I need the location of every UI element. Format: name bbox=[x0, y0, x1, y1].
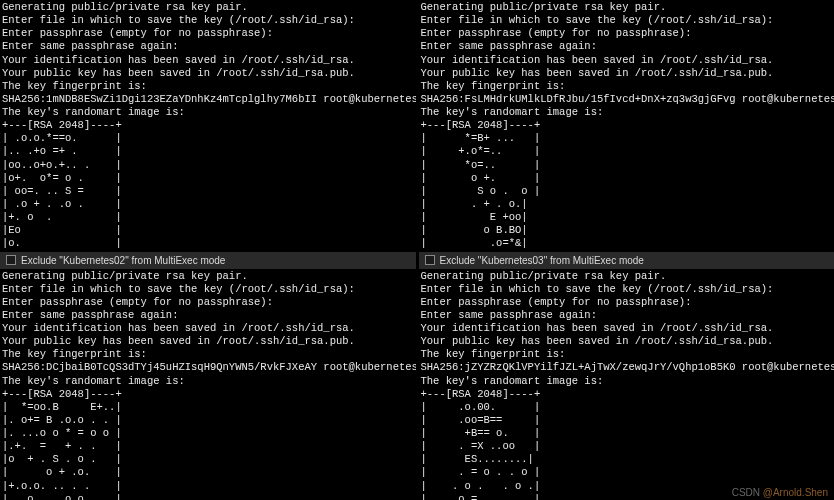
terminal-line: Enter same passphrase again: bbox=[2, 309, 414, 322]
terminal-line: The key's randomart image is: bbox=[421, 375, 833, 388]
terminal-line: |.+. = + . . | bbox=[2, 440, 414, 453]
terminal-line: The key's randomart image is: bbox=[2, 375, 414, 388]
terminal-grid: Generating public/private rsa key pair.E… bbox=[0, 0, 834, 500]
terminal-line: | . + . o.| bbox=[421, 198, 833, 211]
terminal-line: | .o.o.*==o. | bbox=[2, 132, 414, 145]
pane-kubernetes02[interactable]: Generating public/private rsa key pair.E… bbox=[0, 0, 416, 249]
pane-kubernetes05[interactable]: Exclude "Kubernetes03" from MultiExec mo… bbox=[419, 252, 835, 501]
terminal-line: |o + . S . o . | bbox=[2, 453, 414, 466]
terminal-line: | ES........| bbox=[421, 453, 833, 466]
terminal-line: Your public key has been saved in /root/… bbox=[421, 67, 833, 80]
terminal-line: Generating public/private rsa key pair. bbox=[2, 270, 414, 283]
terminal-line: |o+. o*= o . | bbox=[2, 172, 414, 185]
watermark: CSDN @Arnold.Shen bbox=[732, 487, 828, 498]
exclude-bar: Exclude "Kubernetes03" from MultiExec mo… bbox=[419, 252, 835, 269]
terminal-line: |. o . . o o . . | bbox=[2, 493, 414, 500]
terminal-line: Generating public/private rsa key pair. bbox=[421, 270, 833, 283]
watermark-author: @Arnold.Shen bbox=[763, 487, 828, 498]
terminal-line: +---[RSA 2048]----+ bbox=[2, 119, 414, 132]
terminal-line: Your public key has been saved in /root/… bbox=[2, 335, 414, 348]
terminal-line: |. ...o o * = o o | bbox=[2, 427, 414, 440]
terminal-line: |. o+= B .o.o . . | bbox=[2, 414, 414, 427]
terminal-line: Enter same passphrase again: bbox=[2, 40, 414, 53]
terminal-line: Your public key has been saved in /root/… bbox=[2, 67, 414, 80]
terminal-line: Enter passphrase (empty for no passphras… bbox=[421, 296, 833, 309]
terminal-line: Your identification has been saved in /r… bbox=[2, 322, 414, 335]
terminal-line: Enter passphrase (empty for no passphras… bbox=[2, 27, 414, 40]
terminal-line: | *o=.. | bbox=[421, 159, 833, 172]
exclude-checkbox[interactable] bbox=[425, 255, 435, 265]
terminal-line: Enter file in which to save the key (/ro… bbox=[421, 14, 833, 27]
terminal-line: The key fingerprint is: bbox=[2, 80, 414, 93]
terminal-line: | . =X ..oo | bbox=[421, 440, 833, 453]
terminal-line: Enter same passphrase again: bbox=[421, 309, 833, 322]
terminal-line: Your public key has been saved in /root/… bbox=[421, 335, 833, 348]
pane-kubernetes04[interactable]: Exclude "Kubernetes02" from MultiExec mo… bbox=[0, 252, 416, 501]
terminal-line: The key fingerprint is: bbox=[421, 348, 833, 361]
terminal-line: | .o.00. | bbox=[421, 401, 833, 414]
terminal-line: Generating public/private rsa key pair. bbox=[421, 1, 833, 14]
terminal-line: SHA256:jZYZRzQKlVPYilfJZL+AjTwX/zewqJrY/… bbox=[421, 361, 833, 374]
terminal-line: | *=oo.B E+..| bbox=[2, 401, 414, 414]
terminal-line: +---[RSA 2048]----+ bbox=[421, 119, 833, 132]
terminal-line: Enter file in which to save the key (/ro… bbox=[2, 14, 414, 27]
exclude-label[interactable]: Exclude "Kubernetes02" from MultiExec mo… bbox=[21, 255, 225, 266]
terminal-line: | . = o . . o | bbox=[421, 466, 833, 479]
terminal-line: | .o + . .o . | bbox=[2, 198, 414, 211]
terminal-line: Generating public/private rsa key pair. bbox=[2, 1, 414, 14]
exclude-bar: Exclude "Kubernetes02" from MultiExec mo… bbox=[0, 252, 416, 269]
terminal-line: Your identification has been saved in /r… bbox=[421, 322, 833, 335]
terminal-line: | E +oo| bbox=[421, 211, 833, 224]
terminal-line: The key fingerprint is: bbox=[421, 80, 833, 93]
terminal-line: +---[RSA 2048]----+ bbox=[421, 388, 833, 401]
terminal-line: | *=B+ ... | bbox=[421, 132, 833, 145]
exclude-label[interactable]: Exclude "Kubernetes03" from MultiExec mo… bbox=[440, 255, 644, 266]
terminal-line: |+. o . | bbox=[2, 211, 414, 224]
terminal-output[interactable]: Generating public/private rsa key pair.E… bbox=[419, 269, 835, 501]
terminal-line: Enter same passphrase again: bbox=[421, 40, 833, 53]
terminal-line: SHA256:1mNDB8ESwZi1Dgi123EZaYDnhKz4mTcpl… bbox=[2, 93, 414, 106]
pane-kubernetes03[interactable]: Generating public/private rsa key pair.E… bbox=[419, 0, 835, 249]
terminal-line: Enter passphrase (empty for no passphras… bbox=[2, 296, 414, 309]
terminal-line: Enter file in which to save the key (/ro… bbox=[2, 283, 414, 296]
terminal-line: |.. .+o =+ . | bbox=[2, 145, 414, 158]
terminal-line: | .oo=B== | bbox=[421, 414, 833, 427]
terminal-line: Your identification has been saved in /r… bbox=[421, 54, 833, 67]
terminal-output[interactable]: Generating public/private rsa key pair.E… bbox=[0, 0, 416, 249]
terminal-line: Enter file in which to save the key (/ro… bbox=[421, 283, 833, 296]
terminal-line: |oo..o+o.+.. . | bbox=[2, 159, 414, 172]
terminal-line: | .o=*&| bbox=[421, 237, 833, 248]
terminal-line: | +.o*=.. | bbox=[421, 145, 833, 158]
terminal-line: Your identification has been saved in /r… bbox=[2, 54, 414, 67]
terminal-line: |o. | bbox=[2, 237, 414, 248]
terminal-line: The key's randomart image is: bbox=[2, 106, 414, 119]
terminal-line: SHA256:DCjbaiB0TcQS3dTYj45uHZIsqH9QnYWN5… bbox=[2, 361, 414, 374]
terminal-line: | S o . o | bbox=[421, 185, 833, 198]
terminal-line: | o B.BO| bbox=[421, 224, 833, 237]
terminal-line: |+.o.o. .. . . | bbox=[2, 480, 414, 493]
terminal-line: | o +. | bbox=[421, 172, 833, 185]
terminal-line: The key fingerprint is: bbox=[2, 348, 414, 361]
terminal-line: |Eo | bbox=[2, 224, 414, 237]
terminal-output[interactable]: Generating public/private rsa key pair.E… bbox=[419, 0, 835, 249]
terminal-output[interactable]: Generating public/private rsa key pair.E… bbox=[0, 269, 416, 501]
terminal-line: SHA256:FsLMHdrkUMlkLDfRJbu/15fIvcd+DnX+z… bbox=[421, 93, 833, 106]
terminal-line: | oo=. .. S = | bbox=[2, 185, 414, 198]
terminal-line: | +B== o. | bbox=[421, 427, 833, 440]
exclude-checkbox[interactable] bbox=[6, 255, 16, 265]
terminal-line: | o + .o. | bbox=[2, 466, 414, 479]
terminal-line: +---[RSA 2048]----+ bbox=[2, 388, 414, 401]
watermark-site: CSDN bbox=[732, 487, 760, 498]
terminal-line: The key's randomart image is: bbox=[421, 106, 833, 119]
terminal-line: Enter passphrase (empty for no passphras… bbox=[421, 27, 833, 40]
